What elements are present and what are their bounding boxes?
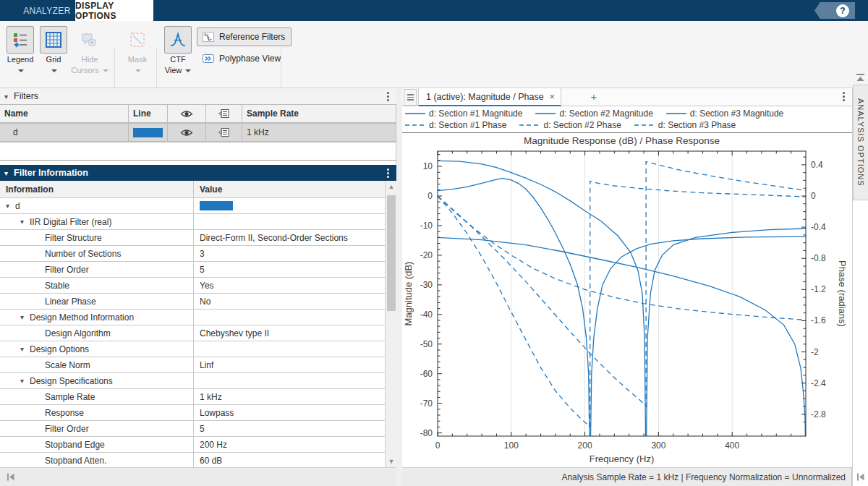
info-row[interactable]: Linear PhaseNo [0,294,385,310]
filter-line-cell[interactable] [129,124,168,141]
info-row[interactable]: Stopband Edge200 Hz [0,437,385,453]
info-row[interactable]: Stopband Atten.60 dB [0,453,385,469]
filter-info-cell[interactable] [206,124,242,141]
filters-header-cell: Sample Rate [242,105,396,122]
info-row[interactable]: Scale NormLinf [0,357,385,373]
tab-display-options[interactable]: DISPLAY OPTIONS [75,0,153,21]
filters-header-cell [168,105,206,122]
dropdown-arrow-icon [185,69,191,72]
info-row[interactable]: Filter Order5 [0,421,385,437]
tree-expand-icon[interactable]: ▾ [20,218,24,226]
scroll-up-icon[interactable]: ▲ [386,181,397,192]
info-value-cell: No [194,294,385,309]
info-row[interactable]: ▾Design Options [0,341,385,357]
tree-expand-icon[interactable]: ▾ [20,377,24,385]
svg-text:-10: -10 [420,221,433,231]
filters-header-cell: Name [0,105,129,122]
svg-text:0: 0 [811,191,816,201]
info-row[interactable]: ▾Design Method Information [0,310,385,325]
info-label-cell: Filter Order [0,421,194,436]
filters-menu-kebab-icon[interactable] [383,90,393,103]
tab-analyzer[interactable]: ANALYZER [13,0,81,21]
visibility-eye-icon[interactable] [180,129,193,137]
help-button[interactable]: ? [814,2,855,19]
close-icon[interactable]: × [550,91,556,102]
plot-menu-kebab-icon[interactable] [838,90,849,103]
svg-text:-70: -70 [420,398,433,409]
minimize-strip-icon[interactable] [856,74,865,84]
new-tab-button[interactable]: + [587,90,601,105]
info-row[interactable]: StableYes [0,278,385,294]
reference-filters-button[interactable]: Reference Filters [197,27,292,46]
chart-series [438,196,806,320]
panel-drag-handle-icon[interactable] [404,89,417,106]
info-header-cell: Value [194,181,385,197]
collapse-panel-icon[interactable] [6,472,15,482]
info-line-swatch[interactable] [200,201,233,210]
filters-section-header[interactable]: ▾ Filters [0,88,396,104]
filter-info-note-icon[interactable] [218,108,230,119]
info-row[interactable]: ResponseLowpass [0,405,385,421]
filter-information-menu-kebab-icon[interactable] [383,167,393,179]
info-row[interactable]: Number of Sections3 [0,246,385,262]
info-row[interactable]: Sample Rate1 kHz [0,389,385,405]
svg-text:-2.8: -2.8 [811,409,826,419]
collapse-chevron-icon[interactable]: ▾ [4,93,8,101]
svg-text:-50: -50 [420,339,433,349]
ctf-view-button[interactable]: CTF View [161,26,195,75]
hide-cursors-button[interactable]: Hide Cursors [69,26,110,75]
plot-tab-active[interactable]: 1 (active): Magnitude / Phase × [418,88,561,106]
info-row[interactable]: Filter StructureDirect-Form II, Second-O… [0,230,385,246]
info-row[interactable]: Filter Order5 [0,262,385,278]
y-axis-left-label: Magnitude (dB) [403,262,414,326]
chart-canvas[interactable]: 0100200300400100-10-20-30-40-50-60-70-80… [402,133,852,467]
grid-button[interactable]: Grid [38,26,69,75]
info-table-scrollbar[interactable]: ▲ ▼ [385,181,396,467]
panel-splitter[interactable] [396,88,402,486]
filter-info-note-icon[interactable] [218,127,230,137]
tree-expand-icon[interactable]: ▾ [20,313,24,321]
info-row[interactable]: Design AlgorithmChebyshev type II [0,325,385,341]
toolbar-separator [281,47,281,92]
legend-item: d: Section #3 Phase [634,120,736,130]
legend-button[interactable]: Legend [4,26,36,75]
analysis-options-tab[interactable]: ANALYSIS OPTIONS [853,85,868,200]
filter-information-section-header[interactable]: ▾ Filter Information [0,165,396,181]
filter-analyzer-window: ANALYZER DISPLAY OPTIONS ? Legend Grid [0,0,868,486]
info-value-cell: 200 Hz [194,437,385,452]
mask-button[interactable]: Mask [120,26,155,75]
tree-expand-icon[interactable]: ▾ [20,345,24,353]
filter-row[interactable]: d1 kHz [0,123,396,142]
collapse-chevron-icon[interactable]: ▾ [4,169,8,177]
legend-line-swatch [405,111,425,116]
filter-line-swatch[interactable] [133,128,163,137]
grid-icon [45,31,62,48]
info-value-cell: 1 kHz [194,389,385,404]
collapse-status-icon[interactable] [856,472,865,484]
scroll-down-icon[interactable]: ▼ [386,456,397,467]
filter-visibility-cell[interactable] [168,124,206,141]
info-row[interactable]: ▾d [0,198,385,214]
legend-item: d: Section #2 Phase [519,120,621,130]
left-panel: ▾ Filters NameLineSample Rated1 kHz ▾ Fi… [0,88,396,467]
left-panel-bottom-bar [0,467,396,486]
visibility-eye-icon[interactable] [180,110,193,118]
info-row[interactable]: ▾IIR Digital Filter (real) [0,214,385,230]
scrollbar-thumb[interactable] [387,195,396,311]
mask-icon [129,31,146,48]
info-value-cell: Lowpass [194,405,385,420]
info-value-cell: 5 [194,262,385,277]
tree-expand-icon[interactable]: ▾ [6,202,9,210]
dropdown-arrow-icon [18,69,24,72]
chart-legend: d: Section #1 Magnituded: Section #2 Mag… [402,107,852,130]
info-label-cell: Stable [0,278,194,293]
filters-title: Filters [14,91,38,101]
info-value-cell [194,373,385,388]
svg-text:0: 0 [435,440,441,451]
info-label-cell: Filter Order [0,262,194,277]
filters-header-cell [206,105,242,122]
info-row[interactable]: ▾Design Specifications [0,373,385,389]
svg-text:100: 100 [504,440,519,451]
polyphase-view-button[interactable]: Polyphase View [197,49,287,68]
status-text: Analysis Sample Rate = 1 kHz | Frequency… [561,472,846,482]
